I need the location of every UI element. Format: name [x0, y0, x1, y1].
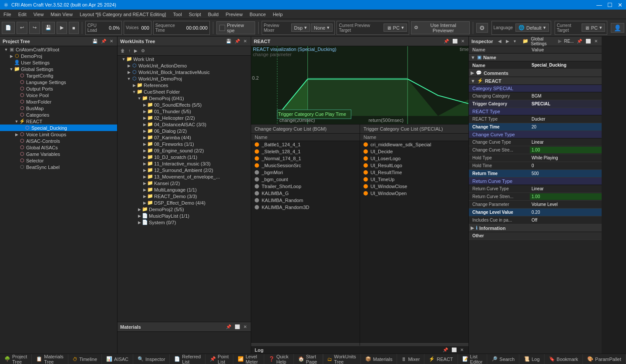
wu-tree-distaisac[interactable]: ▶ 📁 04_DistanceAISAC (3/3) [118, 121, 251, 128]
insp-section-info[interactable]: ▶ ℹ Information [469, 224, 602, 232]
tree-item-global-settings[interactable]: ▼ 📁 Global Settings [0, 66, 117, 72]
status-tab-timeline[interactable]: ⏱ Timeline [68, 354, 102, 364]
insp-section-name[interactable]: ▼ ▣ Name [469, 54, 602, 61]
wu-pin-btn[interactable]: 📌 [233, 38, 241, 44]
minimize-btn[interactable]: — [596, 2, 602, 8]
wu-tree-blockmusic[interactable]: ▶ ⬡ WorkUnit_Block_IntaractiveMusic [118, 69, 251, 75]
insp-back-btn[interactable]: ◀ [497, 38, 503, 44]
list-item[interactable]: _MusicSessionSrc [251, 162, 360, 169]
wu-tree-engine[interactable]: ▶ 📁 09_Engine_sound (2/2) [118, 147, 251, 154]
list-item[interactable]: UI_WindowClose [360, 183, 468, 190]
mat-expand-btn[interactable]: ⬜ [233, 324, 241, 330]
play-button[interactable]: ▶ [57, 22, 67, 34]
list-item[interactable]: KALIMBA_Random [251, 197, 360, 204]
wu-tree-dspeffect[interactable]: ▶ 📁 DSP_Effect_Demo (4/4) [118, 199, 251, 206]
tree-item-voicepool[interactable]: ⬡ Voice Pool [0, 92, 117, 98]
language-dropdown[interactable]: 🌐 Default ▾ [515, 24, 549, 32]
status-tab-point[interactable]: 📌 Point List [205, 354, 233, 364]
react-close-btn[interactable]: ✕ [460, 38, 466, 44]
wu-tb-btn4[interactable]: ⚙ [140, 48, 146, 54]
tree-item-busmap[interactable]: ⬡ BusMap [0, 105, 117, 111]
status-tab-quickhelp[interactable]: ❓ Quick Help [264, 354, 294, 364]
internal-previewer-btn[interactable]: ⚙ Use Internal Previewer [411, 21, 470, 34]
wu-tb-btn1[interactable]: 🗑 [119, 48, 126, 54]
status-tab-listeditor[interactable]: 📝 List Editor [458, 354, 488, 364]
tree-item-user-settings[interactable]: 👤 User Settings [0, 59, 117, 66]
profile-btn[interactable]: 👤 [611, 23, 624, 33]
close-btn[interactable]: ✕ [618, 2, 623, 8]
redo-button[interactable]: ↪ [29, 22, 40, 34]
list-item[interactable]: UI_ResultTime [360, 169, 468, 176]
tree-item-beatsync[interactable]: ⬡ BeatSync Label [0, 164, 117, 170]
tree-item-aisac[interactable]: ⬡ AISAC-Controls [0, 138, 117, 144]
insp-section-comments[interactable]: ▶ 💬 Comments [469, 69, 602, 77]
new-button[interactable]: 📄 [2, 22, 15, 34]
list-item[interactable]: _bgmMori [251, 169, 360, 176]
none-dropdown[interactable]: None ▾ [311, 24, 333, 32]
menu-bounce[interactable]: Bounce [246, 10, 269, 19]
tree-item-mixerfolder[interactable]: ⬡ MixerFolder [0, 98, 117, 105]
tree-item-targetconfig[interactable]: ⬡ TargetConfig [0, 72, 117, 79]
react-pin-btn[interactable]: 📌 [442, 38, 450, 44]
wu-tree-movement[interactable]: ▶ 📁 13_Movement_of_envelope_... [118, 173, 251, 180]
save-button[interactable]: 💾 [42, 22, 55, 34]
tree-item-global-aisac[interactable]: ⬡ Global AISACs [0, 144, 117, 151]
menu-preview[interactable]: Preview [222, 10, 246, 19]
mat-close-btn[interactable]: ✕ [242, 324, 248, 330]
wu-tree-playlist[interactable]: ▶ 📄 MusicPlayList (1/1) [118, 212, 251, 219]
list-item[interactable]: UI_WindowOpen [360, 190, 468, 197]
react-expand-btn[interactable]: ⬜ [451, 38, 459, 44]
wu-tree-cuesheet[interactable]: ▼ 📁 CueSheet Folder [118, 88, 251, 95]
list-item[interactable]: Ttrailer_ShortLoop [251, 183, 360, 190]
wu-tree-interactive[interactable]: ▶ 📁 11_Interactive_music (3/3) [118, 160, 251, 167]
status-tab-search[interactable]: 🔎 Search [487, 354, 519, 364]
status-tab-aisac[interactable]: 📊 AISAC [102, 354, 133, 364]
project-tree-save-btn[interactable]: 💾 [91, 38, 99, 44]
status-tab-referred[interactable]: 📄 Referred List [170, 354, 205, 364]
list-item[interactable]: _bgm_count [251, 176, 360, 183]
wu-tree-demoproj2[interactable]: ▶ 📁 DemoProj2 (5/5) [118, 206, 251, 212]
status-tab-react[interactable]: ⚡ REACT [424, 354, 458, 364]
wu-tb-btn2[interactable]: ↑ [127, 48, 132, 54]
wu-tree-helicopter[interactable]: ▶ 📁 02_Helicopter (2/2) [118, 115, 251, 121]
pc-dropdown[interactable]: 🖥 PC ▾ [384, 24, 407, 32]
wu-tree-multilang[interactable]: ▶ 📁 MultiLanguage (1/1) [118, 186, 251, 193]
status-tab-startpage[interactable]: 🏠 Start Page [294, 354, 323, 364]
list-item[interactable]: UI_TimeUp [360, 176, 468, 183]
project-tree-pin-btn[interactable]: 📌 [100, 38, 108, 44]
menu-file[interactable]: File [0, 10, 15, 19]
wu-tb-btn3[interactable]: ▶ [133, 48, 139, 54]
insp-close-btn[interactable]: ✕ [593, 38, 599, 44]
list-item[interactable]: UI_ResultLogo [360, 162, 468, 169]
list-item[interactable]: _Steleth_128_4_1 [251, 148, 360, 155]
menu-script[interactable]: Script [185, 10, 205, 19]
status-tab-parampallet[interactable]: 🎨 ParamPallet [583, 354, 626, 364]
tree-item-react[interactable]: ▼ ⚡ REACT [0, 118, 117, 125]
wu-tree-surround[interactable]: ▶ 📁 12_Surround_Ambient (2/2) [118, 167, 251, 173]
stop-button[interactable]: ■ [69, 22, 79, 34]
tree-item-game-vars[interactable]: ⬡ Game Variables [0, 151, 117, 157]
list-item[interactable]: KALIMBA_G [251, 190, 360, 197]
preview-checkbox[interactable] [219, 25, 225, 31]
tree-item-special-ducking[interactable]: ⬡ Special_Ducking [0, 125, 117, 131]
wu-tree-dj[interactable]: ▶ 📁 10_DJ_scratch (1/1) [118, 154, 251, 160]
wu-tree-karimba[interactable]: ▶ 📁 07_Karimba (4/4) [118, 134, 251, 141]
dsp-dropdown[interactable]: Dsp ▾ [291, 24, 310, 32]
wu-tree-fireworks[interactable]: ▶ 📁 08_Fireworks (1/1) [118, 141, 251, 147]
settings-btn[interactable]: ⚙ [476, 23, 488, 33]
menu-help[interactable]: Help [269, 10, 286, 19]
tree-item-demoproj[interactable]: ▶ ⬡ DemoProj [0, 53, 117, 59]
wu-tree-workunit[interactable]: ▼ 📁 Work Unit [118, 56, 251, 62]
insp-expand-btn[interactable]: ⬜ [584, 38, 592, 44]
title-bar-controls[interactable]: — ☐ ✕ [596, 2, 623, 8]
insp-section-react[interactable]: ▼ ⚡ REACT [469, 77, 602, 85]
maximize-btn[interactable]: ☐ [607, 2, 613, 8]
list-item[interactable]: UI_LoserLogo [360, 155, 468, 162]
menu-view[interactable]: View [30, 10, 47, 19]
status-tab-materials[interactable]: 📦 Materials [361, 354, 397, 364]
wu-tree-dialog[interactable]: ▶ 📁 06_Dialog (2/2) [118, 128, 251, 134]
undo-button[interactable]: ↩ [17, 22, 27, 34]
wu-tree-reactdemo[interactable]: ▶ 📁 REACT_Demo (3/3) [118, 193, 251, 199]
status-tab-inspector[interactable]: 🔍 Inspector [133, 354, 170, 364]
log-pin-btn[interactable]: 📌 [441, 347, 449, 353]
